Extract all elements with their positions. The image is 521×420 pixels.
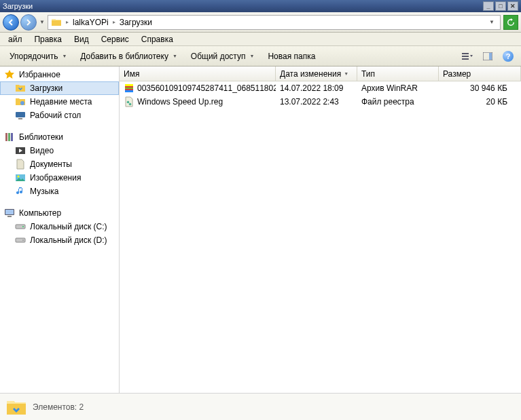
refresh-button[interactable]: [503, 15, 518, 30]
svg-rect-7: [18, 118, 22, 119]
svg-point-13: [18, 176, 20, 178]
column-header-size[interactable]: Размер: [439, 66, 521, 81]
command-toolbar: Упорядочить ▼ Добавить в библиотеку ▼ Об…: [0, 46, 521, 66]
sidebar-item-label: Рабочий стол: [30, 111, 81, 120]
pictures-icon: [15, 172, 26, 183]
sidebar-item-label: Документы: [30, 159, 72, 169]
navigation-bar: ▼ ▸ lalkaYOPi ▸ Загрузки ▼: [0, 12, 521, 33]
sidebar-item-documents[interactable]: Документы: [0, 157, 119, 171]
file-list[interactable]: 003560109109745287411_0685118025.dem… 14…: [120, 81, 521, 393]
file-name-cell: 003560109109745287411_0685118025.dem…: [120, 83, 276, 94]
svg-rect-23: [125, 88, 133, 89]
svg-rect-24: [125, 90, 133, 92]
sidebar-item-label: Видео: [30, 146, 54, 155]
address-dropdown[interactable]: ▼: [486, 19, 497, 25]
nav-history-dropdown[interactable]: ▼: [38, 14, 46, 31]
file-size: 20 КБ: [439, 97, 521, 107]
file-list-pane: Имя Дата изменения ▼ Тип Размер 00356010…: [120, 66, 521, 393]
sidebar-item-videos[interactable]: Видео: [0, 144, 119, 157]
svg-rect-1: [462, 56, 469, 57]
drive-icon: [15, 235, 26, 246]
organize-button[interactable]: Упорядочить ▼: [4, 49, 72, 64]
column-label: Размер: [443, 69, 471, 79]
menu-tools[interactable]: Сервис: [96, 33, 134, 45]
file-type: Файл реестра: [357, 97, 439, 107]
drive-icon: [15, 221, 26, 232]
file-name-cell: Windows Speed Up.reg: [120, 96, 276, 107]
new-folder-label: Новая папка: [268, 52, 315, 61]
chevron-down-icon: ▼: [249, 54, 254, 58]
column-header-row: Имя Дата изменения ▼ Тип Размер: [120, 66, 521, 81]
maximize-button[interactable]: □: [495, 1, 506, 11]
sidebar-item-downloads[interactable]: Загрузки: [0, 81, 119, 95]
file-name: 003560109109745287411_0685118025.dem…: [137, 83, 276, 93]
sidebar-favorites-label: Избранное: [19, 70, 60, 79]
svg-rect-9: [8, 133, 10, 141]
reg-file-icon: [124, 96, 134, 107]
chevron-down-icon: ▼: [62, 54, 67, 58]
svg-rect-4: [489, 53, 492, 60]
organize-label: Упорядочить: [10, 52, 58, 61]
view-options-button[interactable]: [459, 49, 476, 64]
file-row[interactable]: 003560109109745287411_0685118025.dem… 14…: [120, 81, 521, 95]
sidebar-libraries[interactable]: Библиотеки: [0, 130, 119, 144]
share-with-button[interactable]: Общий доступ ▼: [185, 49, 260, 64]
window-title: Загрузки: [3, 2, 482, 10]
folder-large-icon: [5, 396, 27, 418]
sort-desc-icon: ▼: [344, 71, 348, 76]
menu-edit[interactable]: Правка: [29, 33, 67, 45]
svg-rect-10: [11, 133, 13, 141]
column-header-date[interactable]: Дата изменения ▼: [276, 66, 357, 81]
menu-bar: айл Правка Вид Сервис Справка: [0, 33, 521, 46]
arrow-right-icon: [25, 19, 32, 26]
sidebar-item-label: Локальный диск (C:): [30, 222, 107, 231]
sidebar-item-disk-d[interactable]: Локальный диск (D:): [0, 233, 119, 247]
breadcrumb-user[interactable]: lalkaYOPi: [73, 18, 109, 27]
column-header-name[interactable]: Имя: [120, 66, 276, 81]
sidebar-item-recent[interactable]: Недавние места: [0, 95, 119, 109]
chevron-right-icon: ▸: [65, 19, 70, 25]
chevron-right-icon: ▸: [111, 19, 117, 25]
sidebar-computer-label: Компьютер: [19, 208, 61, 218]
sidebar-item-label: Музыка: [30, 187, 58, 196]
menu-view[interactable]: Вид: [69, 33, 94, 45]
minimize-button[interactable]: _: [483, 1, 494, 11]
close-button[interactable]: ✕: [507, 1, 518, 11]
archive-icon: [124, 83, 134, 94]
svg-point-18: [22, 226, 24, 227]
nav-forward-button[interactable]: [20, 14, 37, 31]
video-icon: [15, 145, 26, 156]
sidebar-computer[interactable]: Компьютер: [0, 206, 119, 220]
svg-rect-0: [462, 53, 469, 54]
new-folder-button[interactable]: Новая папка: [262, 49, 321, 64]
file-date: 14.07.2022 18:09: [276, 83, 357, 93]
status-label: Элементов:: [33, 402, 77, 412]
nav-back-button[interactable]: [3, 14, 19, 31]
breadcrumb-folder[interactable]: Загрузки: [120, 18, 152, 27]
help-button[interactable]: ?: [499, 49, 517, 64]
music-icon: [15, 186, 26, 197]
svg-point-5: [20, 101, 24, 105]
file-row[interactable]: Windows Speed Up.reg 13.07.2022 2:43 Фай…: [120, 95, 521, 109]
sidebar-item-pictures[interactable]: Изображения: [0, 171, 119, 185]
sidebar-libraries-label: Библиотеки: [19, 132, 63, 142]
file-date: 13.07.2022 2:43: [276, 97, 357, 107]
sidebar-item-music[interactable]: Музыка: [0, 185, 119, 198]
sidebar-item-desktop[interactable]: Рабочий стол: [0, 109, 119, 122]
svg-rect-15: [5, 210, 14, 214]
refresh-icon: [507, 18, 515, 26]
menu-help[interactable]: Справка: [136, 33, 179, 45]
documents-icon: [15, 159, 26, 170]
view-icon: [462, 53, 473, 60]
column-header-type[interactable]: Тип: [357, 66, 439, 81]
menu-file[interactable]: айл: [3, 33, 27, 45]
svg-point-20: [22, 240, 24, 241]
preview-pane-button[interactable]: [479, 49, 497, 64]
sidebar-favorites[interactable]: Избранное: [0, 68, 119, 81]
arrow-left-icon: [7, 19, 14, 26]
sidebar-item-disk-c[interactable]: Локальный диск (C:): [0, 220, 119, 233]
include-in-library-button[interactable]: Добавить в библиотеку ▼: [75, 49, 182, 64]
address-bar[interactable]: ▸ lalkaYOPi ▸ Загрузки ▼: [48, 15, 501, 30]
svg-rect-6: [16, 112, 25, 117]
sidebar-item-label: Загрузки: [30, 83, 62, 93]
